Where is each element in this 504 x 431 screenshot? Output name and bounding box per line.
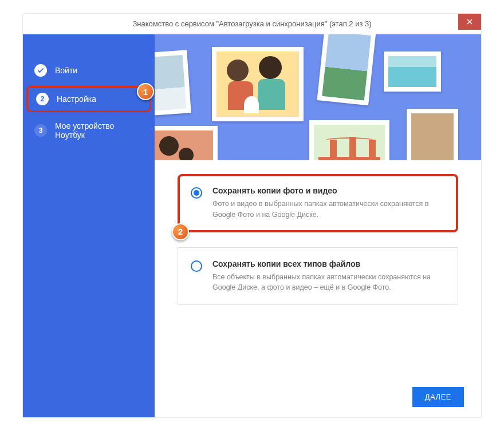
main-panel: Сохранять копии фото и видео Фото и виде… bbox=[155, 34, 481, 417]
titlebar: Знакомство с сервисом "Автозагрузка и си… bbox=[23, 14, 481, 34]
option-desc: Все объекты в выбранных папках автоматич… bbox=[212, 272, 445, 294]
option-photos-videos[interactable]: Сохранять копии фото и видео Фото и виде… bbox=[178, 174, 458, 232]
next-button[interactable]: ДАЛЕЕ bbox=[412, 387, 464, 407]
footer: ДАЛЕЕ bbox=[155, 377, 481, 417]
close-button[interactable] bbox=[458, 14, 481, 30]
check-icon bbox=[34, 64, 47, 77]
option-all-files[interactable]: Сохранять копии всех типов файлов Все об… bbox=[178, 247, 458, 306]
step-device[interactable]: 3 Мое устройство Ноутбук bbox=[23, 114, 155, 147]
step-number-icon: 3 bbox=[34, 124, 47, 137]
radio-unselected-icon[interactable] bbox=[191, 260, 202, 272]
close-icon bbox=[467, 19, 472, 25]
option-title: Сохранять копии фото и видео bbox=[212, 186, 445, 195]
step-label: Войти bbox=[55, 66, 77, 75]
options-area: Сохранять копии фото и видео Фото и виде… bbox=[155, 160, 481, 377]
radio-selected-icon[interactable] bbox=[191, 187, 202, 199]
step-label: Мое устройство Ноутбук bbox=[55, 121, 143, 140]
window: Знакомство с сервисом "Автозагрузка и си… bbox=[23, 14, 481, 417]
window-title: Знакомство с сервисом "Автозагрузка и си… bbox=[132, 19, 371, 28]
step-label: Настройка bbox=[57, 94, 96, 104]
window-body: Войти 2 Настройка 1 3 Мое устройство Ноу… bbox=[23, 34, 481, 417]
annotation-badge-2: 2 bbox=[172, 223, 189, 240]
step-signin[interactable]: Войти bbox=[23, 57, 155, 84]
sidebar: Войти 2 Настройка 1 3 Мое устройство Ноу… bbox=[23, 34, 155, 417]
annotation-badge-1: 1 bbox=[137, 83, 154, 100]
option-desc: Фото и видео в выбранных папках автомати… bbox=[212, 199, 445, 220]
step-number-icon: 2 bbox=[36, 93, 49, 105]
hero-illustration bbox=[155, 34, 481, 160]
option-text: Сохранять копии фото и видео Фото и виде… bbox=[212, 186, 445, 220]
option-text: Сохранять копии всех типов файлов Все об… bbox=[212, 259, 445, 294]
option-title: Сохранять копии всех типов файлов bbox=[212, 259, 445, 268]
step-settings[interactable]: 2 Настройка 1 bbox=[26, 86, 151, 112]
